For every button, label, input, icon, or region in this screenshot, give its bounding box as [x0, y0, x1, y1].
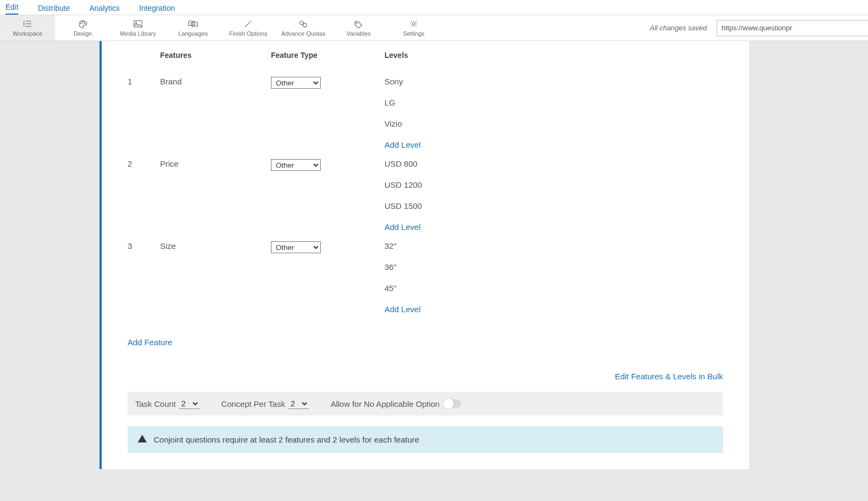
level-item[interactable]: 36": [385, 262, 723, 272]
level-item[interactable]: 45": [385, 284, 723, 293]
feature-row: 2 Price Other USD 800 USD 1200 USD 1500: [128, 149, 723, 232]
conjoint-editor-card: Features Feature Type Levels 1 Brand Oth…: [100, 41, 749, 469]
task-count-label: Task Count: [135, 399, 176, 408]
svg-point-14: [303, 23, 307, 27]
features-table: Features Feature Type Levels 1 Brand Oth…: [128, 51, 723, 314]
media-label: Media Library: [120, 30, 156, 37]
variables-button[interactable]: Variables: [331, 15, 386, 41]
finish-label: Finish Options: [229, 30, 267, 37]
allow-na-label: Allow for No Applicable Option: [330, 399, 440, 408]
feature-row: 3 Size Other 32" 36" 45": [128, 232, 723, 314]
languages-label: Languages: [178, 30, 208, 37]
svg-text:A: A: [194, 23, 196, 26]
feature-type-select[interactable]: Other: [271, 77, 321, 89]
allow-na-toggle[interactable]: [443, 399, 461, 408]
design-label: Design: [74, 30, 92, 37]
wand-icon: [243, 19, 254, 29]
concept-per-task-label: Concept Per Task: [221, 399, 285, 408]
editor-toolbar: Workspace Design Media Library 文A Langua…: [0, 15, 868, 41]
warning-icon: [137, 434, 147, 445]
add-level-link[interactable]: Add Level: [385, 305, 723, 314]
save-status: All changes saved: [650, 24, 707, 32]
feature-name[interactable]: Price: [160, 149, 271, 232]
col-header-levels: Levels: [385, 51, 723, 67]
feature-type-select[interactable]: Other: [271, 159, 321, 171]
validation-alert: Conjoint questions require at least 2 fe…: [128, 426, 723, 453]
left-gutter: [0, 41, 100, 469]
svg-text:文: 文: [190, 21, 193, 25]
task-config-bar: Task Count 2 Concept Per Task 2 Allow fo…: [128, 392, 723, 416]
level-item[interactable]: Vizio: [385, 119, 723, 128]
svg-point-6: [84, 23, 85, 24]
col-header-features: Features: [160, 51, 271, 67]
quotas-icon: [298, 19, 309, 29]
add-feature-link[interactable]: Add Feature: [128, 338, 173, 347]
advance-quotas-button[interactable]: Advance Quotas: [276, 15, 331, 41]
svg-point-13: [300, 21, 303, 25]
media-library-button[interactable]: Media Library: [110, 15, 165, 41]
languages-button[interactable]: 文A Languages: [165, 15, 221, 41]
level-item[interactable]: LG: [385, 98, 723, 107]
top-nav: Edit Distribute Analytics Integration: [0, 0, 868, 15]
svg-point-5: [82, 21, 83, 22]
settings-button[interactable]: Settings: [386, 15, 441, 41]
add-level-link[interactable]: Add Level: [385, 222, 723, 232]
edit-bulk-link[interactable]: Edit Features & Levels in Bulk: [615, 372, 723, 381]
level-item[interactable]: USD 1200: [385, 180, 723, 189]
col-header-feature-type: Feature Type: [271, 51, 385, 67]
level-item[interactable]: USD 1500: [385, 201, 723, 210]
workspace-label: Workspace: [13, 30, 43, 37]
survey-url-input[interactable]: [717, 20, 868, 36]
languages-icon: 文A: [188, 19, 198, 29]
level-item[interactable]: Sony: [385, 77, 723, 86]
tab-analytics[interactable]: Analytics: [89, 4, 120, 15]
palette-icon: [77, 19, 88, 29]
feature-name[interactable]: Brand: [160, 67, 271, 149]
level-item[interactable]: USD 800: [385, 159, 723, 168]
feature-type-select[interactable]: Other: [271, 241, 321, 253]
tag-icon: [353, 19, 364, 29]
feature-number: 3: [128, 232, 160, 314]
workspace-button[interactable]: Workspace: [0, 15, 55, 41]
gear-icon: [408, 19, 419, 29]
variables-label: Variables: [346, 30, 370, 37]
level-item[interactable]: 32": [385, 241, 723, 250]
svg-point-16: [413, 22, 415, 25]
tab-integration[interactable]: Integration: [139, 4, 175, 15]
image-icon: [132, 19, 143, 29]
task-count-select[interactable]: 2: [179, 398, 200, 409]
concept-per-task-select[interactable]: 2: [288, 398, 309, 409]
feature-number: 1: [128, 67, 160, 149]
feature-row: 1 Brand Other Sony LG Vizio: [128, 67, 723, 149]
quotas-label: Advance Quotas: [281, 30, 325, 37]
feature-number: 2: [128, 149, 160, 232]
add-level-link[interactable]: Add Level: [385, 140, 723, 149]
settings-label: Settings: [403, 30, 425, 37]
feature-name[interactable]: Size: [160, 232, 271, 314]
workspace-icon: [22, 19, 33, 29]
alert-text: Conjoint questions require at least 2 fe…: [154, 435, 419, 444]
svg-point-15: [356, 23, 357, 24]
design-button[interactable]: Design: [55, 15, 110, 41]
svg-point-4: [81, 23, 82, 24]
tab-edit[interactable]: Edit: [5, 3, 18, 15]
tab-distribute[interactable]: Distribute: [38, 4, 70, 15]
finish-options-button[interactable]: Finish Options: [221, 15, 276, 41]
